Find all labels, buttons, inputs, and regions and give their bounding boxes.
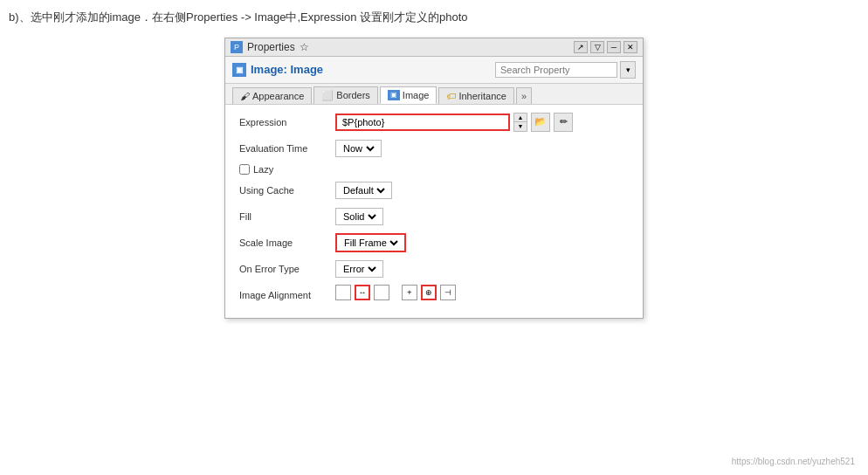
align-top-right[interactable] <box>374 285 389 300</box>
on-error-type-value: Error <box>335 260 383 278</box>
instruction-text: b)、选中刚才添加的image．在右侧Properties -> Image中,… <box>9 9 859 27</box>
on-error-type-dropdown[interactable]: Error <box>340 263 379 275</box>
title-bar: P Properties ☆ ↗ ▽ ─ ✕ <box>225 38 643 57</box>
on-error-type-label: On Error Type <box>239 264 335 274</box>
tab-borders-label: Borders <box>336 90 370 100</box>
properties-window: P Properties ☆ ↗ ▽ ─ ✕ ▣ Image: Image ▾ … <box>224 38 644 319</box>
scale-image-value: Fill Frame <box>335 233 406 252</box>
align-middle-center[interactable]: ⊕ <box>421 285 437 300</box>
close-button[interactable]: ✕ <box>623 41 637 53</box>
dropdown-button[interactable]: ▽ <box>590 41 604 53</box>
on-error-type-row: On Error Type Error <box>239 258 629 279</box>
search-area: ▾ <box>495 61 636 79</box>
instruction: b)、选中刚才添加的image．在右侧Properties -> Image中,… <box>9 9 859 27</box>
evaluation-time-select[interactable]: Now <box>335 140 382 157</box>
scale-image-row: Scale Image Fill Frame <box>239 232 629 253</box>
properties-panel: Expression ▲ ▼ 📂 ✏ Evaluation Time Now <box>225 105 643 318</box>
fill-label: Fill <box>239 211 335 222</box>
watermark: https://blog.csdn.net/yuzheh521 <box>732 457 855 466</box>
expression-row: Expression ▲ ▼ 📂 ✏ <box>239 112 629 133</box>
title-bar-left: P Properties ☆ <box>231 41 309 53</box>
window-title-suffix: ☆ <box>300 41 309 53</box>
panel-title-icon: ▣ <box>232 63 246 77</box>
expression-edit-button[interactable]: ✏ <box>554 113 573 132</box>
scale-image-label: Scale Image <box>239 238 335 248</box>
minimize-button[interactable]: ─ <box>607 41 621 53</box>
image-tab-icon: ▣ <box>388 90 400 100</box>
evaluation-time-value: Now <box>335 140 382 157</box>
using-cache-select[interactable]: Default <box>335 182 392 199</box>
scale-image-select[interactable]: Fill Frame <box>335 233 406 252</box>
on-error-type-select[interactable]: Error <box>335 260 383 278</box>
open-file-button[interactable]: 📂 <box>531 113 550 132</box>
panel-title-text: Image: Image <box>251 63 323 76</box>
using-cache-label: Using Cache <box>239 185 335 196</box>
evaluation-time-row: Evaluation Time Now <box>239 138 629 159</box>
expression-label: Expression <box>239 117 335 127</box>
spin-down-button[interactable]: ▼ <box>514 122 527 131</box>
fill-value: Solid <box>335 208 383 225</box>
appearance-tab-icon: 🖌 <box>240 91 250 101</box>
expression-spinner: ▲ ▼ <box>513 113 527 132</box>
lazy-checkbox[interactable] <box>239 164 250 175</box>
tab-inheritance-label: Inheritance <box>458 91 506 101</box>
using-cache-dropdown[interactable]: Default <box>340 184 388 196</box>
tab-appearance[interactable]: 🖌 Appearance <box>232 87 312 104</box>
search-input[interactable] <box>495 62 617 78</box>
image-alignment-controls: ↔ + ⊕ ⊣ <box>335 285 456 300</box>
tab-image-label: Image <box>403 90 430 100</box>
fill-dropdown[interactable]: Solid <box>340 210 379 223</box>
tabs-more-button[interactable]: » <box>516 87 532 104</box>
panel-title: ▣ Image: Image <box>232 63 323 77</box>
tab-image[interactable]: ▣ Image <box>380 86 437 104</box>
pin-button[interactable]: ↗ <box>574 41 588 53</box>
expression-input[interactable] <box>335 114 510 131</box>
search-dropdown-button[interactable]: ▾ <box>620 61 636 79</box>
lazy-row: Lazy <box>239 164 629 175</box>
borders-tab-icon: ⬜ <box>321 90 334 101</box>
tab-appearance-label: Appearance <box>252 91 304 101</box>
window-title: Properties <box>247 41 295 53</box>
align-middle-right[interactable]: ⊣ <box>440 285 456 300</box>
spin-up-button[interactable]: ▲ <box>514 114 527 122</box>
fill-row: Fill Solid <box>239 206 629 227</box>
tabs-bar: 🖌 Appearance ⬜ Borders ▣ Image 🏷 Inherit… <box>225 84 643 105</box>
evaluation-time-dropdown[interactable]: Now <box>340 142 377 155</box>
fill-select[interactable]: Solid <box>335 208 383 225</box>
title-bar-controls: ↗ ▽ ─ ✕ <box>574 41 637 53</box>
scale-image-dropdown[interactable]: Fill Frame <box>341 237 401 249</box>
tab-borders[interactable]: ⬜ Borders <box>313 86 378 104</box>
window-icon: P <box>231 41 243 53</box>
image-alignment-row: Image Alignment ↔ + ⊕ ⊣ <box>239 285 629 306</box>
using-cache-row: Using Cache Default <box>239 180 629 201</box>
panel-header: ▣ Image: Image ▾ <box>225 57 643 84</box>
image-alignment-label: Image Alignment <box>239 290 335 300</box>
align-middle-left[interactable]: + <box>402 285 417 300</box>
expression-value-area: ▲ ▼ 📂 ✏ <box>335 113 573 132</box>
lazy-label: Lazy <box>253 164 273 175</box>
using-cache-value: Default <box>335 182 392 199</box>
align-top-left[interactable] <box>335 285 351 300</box>
evaluation-time-label: Evaluation Time <box>239 143 335 154</box>
inheritance-tab-icon: 🏷 <box>446 91 456 101</box>
tab-inheritance[interactable]: 🏷 Inheritance <box>438 87 513 104</box>
align-top-center[interactable]: ↔ <box>355 285 370 300</box>
